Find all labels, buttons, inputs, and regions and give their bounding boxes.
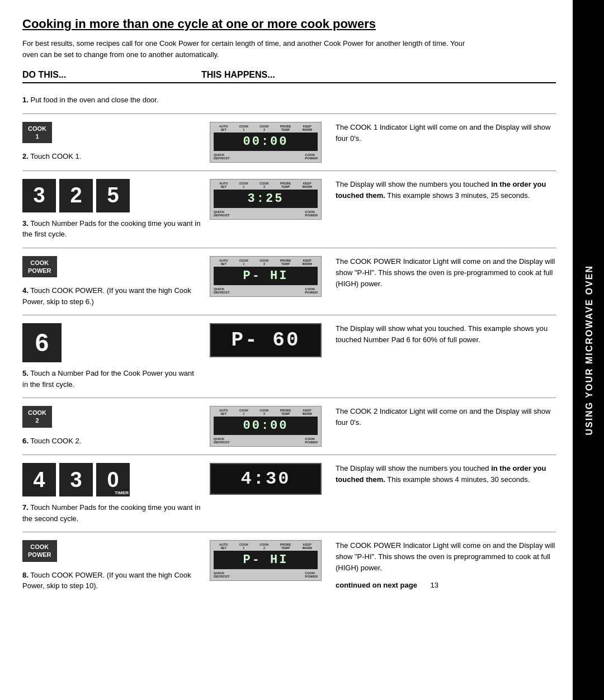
mw-display-4: AUTOSET COOK1 COOK2 PROBETEMP KEEPWARM P… bbox=[210, 256, 322, 297]
step-7-instruction: 7. Touch Number Pads for the cooking tim… bbox=[22, 502, 201, 524]
mw-top-labels-3: AUTOSET COOK1 COOK2 PROBETEMP KEEPWARM bbox=[214, 182, 318, 188]
num-btn-0[interactable]: 0 TIMER bbox=[96, 463, 130, 496]
cook-power-button-4[interactable]: COOKPOWER bbox=[22, 256, 57, 278]
step-3-right: The Display will show the numbers you to… bbox=[330, 179, 556, 201]
step-5-section: 6 5. Touch a Number Pad for the Cook Pow… bbox=[22, 315, 556, 398]
step-8-right: The COOK POWER Indicator Light will come… bbox=[330, 540, 556, 591]
sidebar: USING YOUR MICROWAVE OVEN bbox=[575, 0, 604, 700]
num-btn-6[interactable]: 6 bbox=[22, 323, 62, 362]
step-5-left: 6 5. Touch a Number Pad for the Cook Pow… bbox=[22, 323, 201, 390]
step-1-section: 1. Put food in the oven and close the do… bbox=[22, 83, 556, 114]
page-title: Cooking in more than one cycle at one or… bbox=[22, 17, 556, 31]
mw-screen-8: P- HI bbox=[214, 551, 318, 569]
mw-top-labels-8: AUTOSET COOK1 COOK2 PROBETEMP KEEPWARM bbox=[214, 543, 318, 550]
step-3-instruction: 3. Touch Number Pads for the cooking tim… bbox=[22, 218, 201, 240]
step-6-right: The COOK 2 Indicator Light will come on … bbox=[330, 406, 556, 428]
mw-top-labels-6: AUTOSET COOK1 COOK2 PROBETEMP KEEPWARM bbox=[214, 409, 318, 415]
step-2-right: The COOK 1 Indicator Light will come on … bbox=[330, 122, 556, 144]
mw-screen-6: 00:00 bbox=[214, 417, 318, 435]
mw-top-labels-2: AUTOSET COOK1 COOK2 PROBETEMP KEEPWARM bbox=[214, 125, 318, 131]
step-2-instruction: 2. Touch COOK 1. bbox=[22, 151, 81, 162]
step-3-left: 3 2 5 3. Touch Number Pads for the cooki… bbox=[22, 179, 201, 240]
step-2-section: COOK1 2. Touch COOK 1. AUTOSET COOK1 COO… bbox=[22, 114, 556, 171]
step-4-right: The COOK POWER Indicator Light will come… bbox=[330, 256, 556, 290]
column-headers: DO THIS... THIS HAPPENS... bbox=[22, 70, 556, 83]
mw-screen-2: 00:00 bbox=[214, 133, 318, 151]
step-3-nums: 3 2 5 bbox=[22, 179, 133, 212]
step-5-nums: 6 bbox=[22, 323, 65, 362]
step-7-right: The Display will show the numbers you to… bbox=[330, 463, 556, 485]
step-7-display: 4:30 bbox=[201, 463, 330, 495]
step-1-text: 1. Put food in the oven and close the do… bbox=[22, 96, 159, 104]
step-1-instruction: 1. Put food in the oven and close the do… bbox=[22, 94, 159, 106]
step-1-left: 1. Put food in the oven and close the do… bbox=[22, 91, 201, 106]
step-6-display: AUTOSET COOK1 COOK2 PROBETEMP KEEPWARM 0… bbox=[201, 406, 330, 447]
num-btn-3[interactable]: 3 bbox=[22, 179, 56, 212]
cook-2-button[interactable]: COOK2 bbox=[22, 406, 52, 428]
mw-screen-3: 3:25 bbox=[214, 190, 318, 208]
step-4-section: COOKPOWER 4. Touch COOK POWER. (If you w… bbox=[22, 248, 556, 316]
step-4-instruction: 4. Touch COOK POWER. (If you want the hi… bbox=[22, 285, 201, 307]
num-btn-2[interactable]: 2 bbox=[59, 179, 93, 212]
col-do-label: DO THIS... bbox=[22, 70, 201, 80]
step-8-instruction: 8. Touch COOK POWER. (If you want the hi… bbox=[22, 570, 201, 592]
mw-display-2: AUTOSET COOK1 COOK2 PROBETEMP KEEPWARM 0… bbox=[210, 122, 322, 163]
step-4-display: AUTOSET COOK1 COOK2 PROBETEMP KEEPWARM P… bbox=[201, 256, 330, 297]
num-btn-5[interactable]: 5 bbox=[96, 179, 130, 212]
step-8-display: AUTOSET COOK1 COOK2 PROBETEMP KEEPWARM P… bbox=[201, 540, 330, 581]
step-7-left: 4 3 0 TIMER 7. Touch Number Pads for the… bbox=[22, 463, 201, 524]
page-wrapper: Cooking in more than one cycle at one or… bbox=[0, 0, 604, 700]
cook-power-button-8[interactable]: COOKPOWER bbox=[22, 540, 57, 562]
step-6-section: COOK2 6. Touch COOK 2. AUTOSET COOK1 COO… bbox=[22, 398, 556, 455]
step-2-display: AUTOSET COOK1 COOK2 PROBETEMP KEEPWARM 0… bbox=[201, 122, 330, 163]
sidebar-text: USING YOUR MICROWAVE OVEN bbox=[584, 265, 594, 436]
page-number: 13 bbox=[431, 581, 438, 589]
mw-top-labels-4: AUTOSET COOK1 COOK2 PROBETEMP KEEPWARM bbox=[214, 259, 318, 266]
step-5-display: P- 60 bbox=[201, 323, 330, 357]
step-8-section: COOKPOWER 8. Touch COOK POWER. (If you w… bbox=[22, 532, 556, 599]
step-5-right: The Display will show what you touched. … bbox=[330, 323, 556, 346]
col-happens-label: THIS HAPPENS... bbox=[201, 70, 275, 80]
step-2-left: COOK1 2. Touch COOK 1. bbox=[22, 122, 201, 162]
step-7-section: 4 3 0 TIMER 7. Touch Number Pads for the… bbox=[22, 455, 556, 532]
step-3-display: AUTOSET COOK1 COOK2 PROBETEMP KEEPWARM 3… bbox=[201, 179, 330, 220]
step-6-instruction: 6. Touch COOK 2. bbox=[22, 436, 81, 447]
mw-display-6: AUTOSET COOK1 COOK2 PROBETEMP KEEPWARM 0… bbox=[210, 406, 322, 447]
num-btn-4[interactable]: 4 bbox=[22, 463, 56, 496]
step-5-instruction: 5. Touch a Number Pad for the Cook Power… bbox=[22, 368, 201, 390]
step-3-section: 3 2 5 3. Touch Number Pads for the cooki… bbox=[22, 171, 556, 248]
mw-screen-4: P- HI bbox=[214, 267, 318, 285]
cook-1-button[interactable]: COOK1 bbox=[22, 122, 52, 144]
num-btn-3b[interactable]: 3 bbox=[59, 463, 93, 496]
mw-display-3: AUTOSET COOK1 COOK2 PROBETEMP KEEPWARM 3… bbox=[210, 179, 322, 220]
intro-text: For best results, some recipes call for … bbox=[22, 38, 481, 60]
step-7-nums: 4 3 0 TIMER bbox=[22, 463, 133, 496]
big-display-7: 4:30 bbox=[210, 463, 322, 495]
step-4-left: COOKPOWER 4. Touch COOK POWER. (If you w… bbox=[22, 256, 201, 308]
continued-text: continued on next page bbox=[336, 581, 417, 589]
main-content: Cooking in more than one cycle at one or… bbox=[0, 0, 575, 700]
step-8-left: COOKPOWER 8. Touch COOK POWER. (If you w… bbox=[22, 540, 201, 592]
step-6-left: COOK2 6. Touch COOK 2. bbox=[22, 406, 201, 446]
mw-display-8: AUTOSET COOK1 COOK2 PROBETEMP KEEPWARM P… bbox=[210, 540, 322, 581]
big-display-5: P- 60 bbox=[210, 323, 322, 357]
timer-label: TIMER bbox=[115, 490, 129, 495]
